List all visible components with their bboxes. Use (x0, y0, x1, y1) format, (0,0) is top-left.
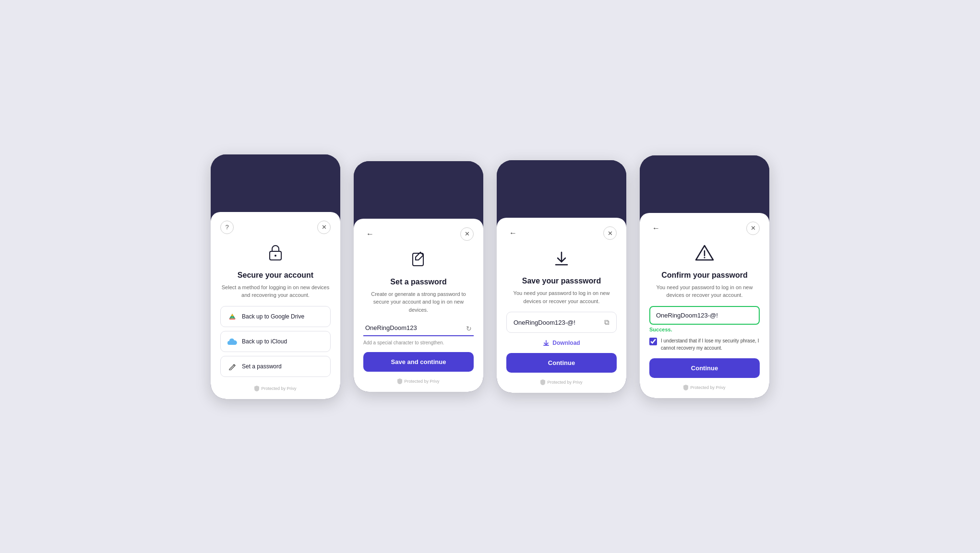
edit-large-icon (363, 249, 474, 273)
screen3-title: Save your passsword (506, 277, 617, 285)
screen1-title: Secure your account (220, 271, 331, 280)
protected-1: Protected by Privy (220, 381, 331, 391)
phone-screen-2: ← ✕ Set a password Create or generate a … (354, 161, 483, 392)
card-header-4: ← ✕ (649, 222, 760, 235)
edit-icon (227, 362, 237, 371)
set-password-label: Set a password (242, 363, 282, 370)
icloud-icon (227, 337, 237, 346)
protected-2: Protected by Privy (363, 374, 474, 384)
screen4-desc: You need your password to log in on new … (649, 283, 760, 299)
lock-icon (220, 243, 331, 266)
back-button-3[interactable]: ← (506, 226, 520, 240)
svg-point-3 (704, 257, 705, 258)
password-display: OneRingDoom123-@! ⧉ (506, 312, 617, 333)
screen-container: ? ✕ Secure your account Select a method … (191, 135, 789, 418)
screen3-desc: You need your password to log in on new … (506, 289, 617, 305)
copy-icon[interactable]: ⧉ (604, 318, 610, 327)
back-button-2[interactable]: ← (363, 227, 377, 241)
password-input[interactable] (363, 320, 474, 336)
save-continue-button[interactable]: Save and continue (363, 352, 474, 372)
confirm-input[interactable] (649, 306, 760, 325)
close-button-3[interactable]: ✕ (603, 226, 617, 240)
protected-4: Protected by Privy (649, 380, 760, 390)
close-button-1[interactable]: ✕ (317, 221, 331, 234)
phone-screen-4: ← ✕ Confirm your password You need your … (640, 155, 769, 398)
icloud-label: Back up to iCloud (242, 338, 287, 345)
continue-button-3[interactable]: Continue (506, 353, 617, 373)
phone-screen-1: ? ✕ Secure your account Select a method … (211, 154, 340, 399)
screen2-title: Set a password (363, 278, 474, 286)
card-header-2: ← ✕ (363, 227, 474, 241)
back-button-4[interactable]: ← (649, 222, 663, 235)
phone-top-3 (497, 160, 626, 218)
phone-top-1 (211, 154, 340, 212)
card-1: ? ✕ Secure your account Select a method … (211, 212, 340, 399)
download-link[interactable]: Download (506, 340, 617, 346)
password-value: OneRingDoom123-@! (514, 319, 575, 326)
protected-3: Protected by Privy (506, 375, 617, 385)
confirm-input-group (649, 306, 760, 325)
password-input-group: ↻ (363, 320, 474, 336)
phone-top-4 (640, 155, 769, 213)
icloud-option[interactable]: Back up to iCloud (220, 331, 331, 352)
hint-text: Add a special character to strengthen. (363, 340, 474, 345)
card-3: ← ✕ Save your passsword You need your pa… (497, 218, 626, 393)
refresh-icon[interactable]: ↻ (466, 325, 472, 332)
success-text: Success. (649, 327, 760, 332)
svg-point-1 (275, 255, 276, 257)
screen2-desc: Create or generate a strong password to … (363, 290, 474, 314)
checkbox-label: I understand that if I lose my security … (661, 337, 760, 352)
understand-checkbox[interactable] (649, 338, 657, 345)
google-drive-option[interactable]: Back up to Google Drive (220, 306, 331, 327)
card-4: ← ✕ Confirm your password You need your … (640, 213, 769, 398)
card-header-1: ? ✕ (220, 221, 331, 234)
help-button[interactable]: ? (220, 221, 234, 234)
screen4-title: Confirm your password (649, 271, 760, 280)
google-drive-icon (227, 312, 237, 321)
screen1-desc: Select a method for logging in on new de… (220, 283, 331, 299)
warning-icon (649, 244, 760, 266)
download-large-icon (506, 248, 617, 272)
phone-top-2 (354, 161, 483, 219)
download-label: Download (552, 340, 580, 346)
close-button-2[interactable]: ✕ (460, 227, 474, 241)
card-header-3: ← ✕ (506, 226, 617, 240)
set-password-option[interactable]: Set a password (220, 356, 331, 377)
close-button-4[interactable]: ✕ (746, 222, 760, 235)
card-2: ← ✕ Set a password Create or generate a … (354, 219, 483, 392)
continue-button-4[interactable]: Continue (649, 358, 760, 378)
phone-screen-3: ← ✕ Save your passsword You need your pa… (497, 160, 626, 393)
checkbox-row: I understand that if I lose my security … (649, 337, 760, 352)
google-drive-label: Back up to Google Drive (242, 313, 304, 320)
